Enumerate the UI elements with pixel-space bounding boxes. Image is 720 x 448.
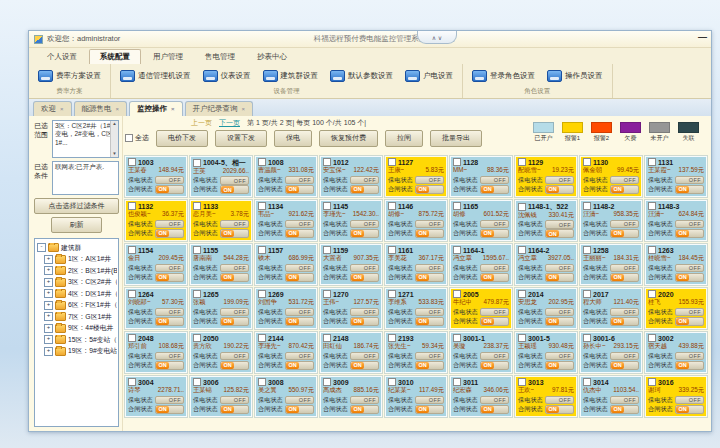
close-icon[interactable]: × <box>171 106 175 112</box>
room-select-checkbox[interactable] <box>323 290 331 298</box>
room-card[interactable]: 3006王某锦125.82元保电状态OFF合闸状态ON <box>190 376 252 417</box>
room-select-checkbox[interactable] <box>583 334 591 342</box>
tree-root[interactable]: -建筑群 <box>37 243 117 253</box>
close-icon[interactable]: × <box>116 106 120 112</box>
power-protect-toggle[interactable]: OFF <box>675 264 704 273</box>
power-protect-toggle[interactable]: OFF <box>675 308 704 317</box>
power-protect-toggle[interactable]: OFF <box>675 352 704 361</box>
switch-toggle[interactable]: ON <box>480 273 509 282</box>
switch-toggle[interactable]: ON <box>480 405 509 414</box>
switch-toggle[interactable]: ON <box>285 185 314 194</box>
room-card[interactable]: 1128MM~88.36元保电状态OFF合闸状态ON <box>450 156 512 197</box>
power-protect-toggle[interactable]: OFF <box>675 220 704 229</box>
minimize-button[interactable]: — <box>698 32 707 42</box>
room-select-checkbox[interactable] <box>193 202 201 210</box>
room-card[interactable]: 3013王欢~97.81元保电状态OFF合闸状态ON <box>515 376 577 417</box>
switch-toggle[interactable]: ON <box>610 405 639 414</box>
power-protect-toggle[interactable]: OFF <box>545 396 574 405</box>
next-page-link[interactable]: 下一页 <box>219 118 240 128</box>
power-protect-toggle[interactable]: OFF <box>155 396 184 405</box>
room-select-checkbox[interactable] <box>128 378 136 386</box>
switch-toggle[interactable]: ON <box>480 229 509 238</box>
power-protect-toggle[interactable]: OFF <box>415 352 444 361</box>
doc-tab-欢迎[interactable]: 欢迎× <box>33 101 72 116</box>
room-card[interactable]: 2144李瑾先~870.42元保电状态OFF合闸状态ON <box>255 332 317 373</box>
switch-toggle[interactable]: ON <box>285 273 314 282</box>
switch-toggle[interactable]: ON <box>155 405 184 414</box>
select-all[interactable]: 全选 <box>125 133 149 143</box>
room-select-checkbox[interactable] <box>518 290 526 298</box>
power-protect-toggle[interactable]: OFF <box>350 308 379 317</box>
power-protect-toggle[interactable]: OFF <box>545 176 574 185</box>
ribbon-button-户电设置[interactable]: 户电设置 <box>400 68 458 84</box>
switch-toggle[interactable]: ON <box>545 273 574 282</box>
selected-condition-box[interactable]: 联网表:已开户表. <box>52 161 119 195</box>
power-protect-toggle[interactable]: OFF <box>220 220 249 229</box>
room-select-checkbox[interactable] <box>453 202 461 210</box>
toolbar-button-批量导出[interactable]: 批量导出 <box>430 130 482 147</box>
power-protect-toggle[interactable]: OFF <box>545 308 574 317</box>
expand-icon[interactable]: + <box>44 289 53 298</box>
switch-toggle[interactable]: ON <box>220 405 249 414</box>
room-select-checkbox[interactable] <box>128 290 136 298</box>
room-card[interactable]: 1127王康~5.83元保电状态OFF合闸状态ON <box>385 156 447 197</box>
room-select-checkbox[interactable] <box>258 334 266 342</box>
room-card[interactable]: 1145李瑾先~1542.30..保电状态OFF合闸状态ON <box>320 200 382 241</box>
power-protect-toggle[interactable]: OFF <box>545 352 574 361</box>
switch-toggle[interactable]: ON <box>415 361 444 370</box>
room-card[interactable]: 1264刘晓部~57.30元保电状态OFF合闸状态ON <box>125 288 187 329</box>
close-icon[interactable]: × <box>60 106 64 112</box>
power-protect-toggle[interactable]: OFF <box>480 176 509 185</box>
room-card[interactable]: 1157铁木686.99元保电状态OFF合闸状态ON <box>255 244 317 285</box>
room-select-checkbox[interactable] <box>128 246 136 254</box>
room-select-checkbox[interactable] <box>193 334 201 342</box>
room-select-checkbox[interactable] <box>453 290 461 298</box>
power-protect-toggle[interactable]: OFF <box>480 220 509 229</box>
power-protect-toggle[interactable]: OFF <box>610 396 639 405</box>
room-card[interactable]: 1164-2冯立章3927.05..保电状态OFF合闸状态ON <box>515 244 577 285</box>
room-select-checkbox[interactable] <box>323 202 331 210</box>
room-card[interactable]: 1148-2汪清~958.35元保电状态OFF合闸状态ON <box>580 200 642 241</box>
room-card[interactable]: 3009高成杰885.16元保电状态OFF合闸状态ON <box>320 376 382 417</box>
room-select-checkbox[interactable] <box>583 202 591 210</box>
room-card[interactable]: 1271李维系533.83元保电状态OFF合闸状态ON <box>385 288 447 329</box>
room-card[interactable]: 1132也俊颖~36.37元保电状态OFF合闸状态ON <box>125 200 187 241</box>
refresh-button[interactable]: 刷新 <box>51 217 102 233</box>
switch-toggle[interactable]: ON <box>350 405 379 414</box>
power-protect-toggle[interactable]: OFF <box>155 308 184 317</box>
power-protect-toggle[interactable]: OFF <box>675 396 704 405</box>
switch-toggle[interactable]: ON <box>545 317 574 326</box>
close-icon[interactable]: × <box>242 106 246 112</box>
power-protect-toggle[interactable]: OFF <box>220 176 249 185</box>
room-select-checkbox[interactable] <box>193 159 201 167</box>
expand-icon[interactable]: + <box>44 301 53 310</box>
switch-toggle[interactable]: ON <box>350 317 379 326</box>
switch-toggle[interactable]: ON <box>675 405 704 414</box>
switch-toggle[interactable]: ON <box>285 229 314 238</box>
power-protect-toggle[interactable]: OFF <box>155 264 184 273</box>
room-card[interactable]: 2048郑引前108.68元保电状态OFF合闸状态ON <box>125 332 187 373</box>
switch-toggle[interactable]: ON <box>610 317 639 326</box>
switch-toggle[interactable]: ON <box>155 273 184 282</box>
ribbon-button-费率方案设置[interactable]: 费率方案设置 <box>33 68 106 84</box>
room-card[interactable]: 1164-1冯立章1595.67..保电状态OFF合闸状态ON <box>450 244 512 285</box>
room-select-checkbox[interactable] <box>648 378 656 386</box>
room-select-checkbox[interactable] <box>128 334 136 342</box>
select-all-checkbox[interactable] <box>125 134 133 142</box>
switch-toggle[interactable]: ON <box>415 317 444 326</box>
room-select-checkbox[interactable] <box>388 378 396 386</box>
room-select-checkbox[interactable] <box>258 246 266 254</box>
power-protect-toggle[interactable]: OFF <box>610 264 639 273</box>
room-select-checkbox[interactable] <box>648 290 656 298</box>
room-select-checkbox[interactable] <box>583 158 591 166</box>
room-card[interactable]: 2020桂飞155.93元保电状态OFF合闸状态ON <box>645 288 707 329</box>
room-card[interactable]: 1133恋月美~3.78元保电状态OFF合闸状态ON <box>190 200 252 241</box>
doc-tab-能源售电[interactable]: 能源售电× <box>74 101 128 116</box>
switch-toggle[interactable]: ON <box>220 229 249 238</box>
ribbon-tab-抄表中心[interactable]: 抄表中心 <box>247 50 297 64</box>
expand-icon[interactable]: + <box>44 266 53 275</box>
room-card[interactable]: 3001-1吴璇238.37元保电状态OFF合闸状态ON <box>450 332 512 373</box>
power-protect-toggle[interactable]: OFF <box>220 308 249 317</box>
power-protect-toggle[interactable]: OFF <box>285 176 314 185</box>
power-protect-toggle[interactable]: OFF <box>610 308 639 317</box>
